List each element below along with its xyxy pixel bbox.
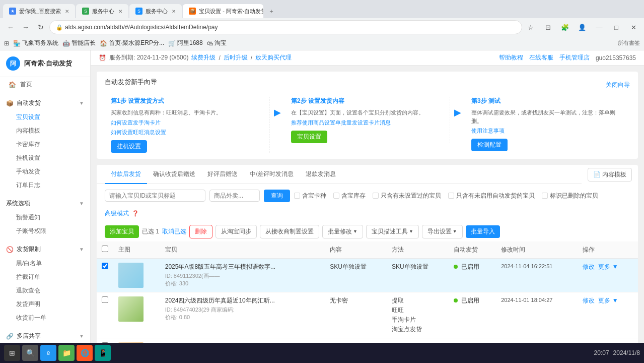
apps-icon[interactable]: ⊞ [4, 40, 9, 47]
tab-add-btn[interactable]: ＋ [264, 4, 278, 18]
delete-btn[interactable]: 删除 [189, 225, 212, 238]
cb-deleted-products[interactable]: 标识已删除的宝贝 [542, 192, 598, 200]
search-button[interactable]: 查询 [264, 190, 290, 202]
step-1-btn[interactable]: 挂机设置 [111, 140, 147, 153]
sidebar-item-manual-dispatch[interactable]: 手动发货 [0, 165, 90, 178]
sidebar-item-product-settings[interactable]: 宝贝设置 [0, 110, 90, 124]
cb-disabled-products[interactable]: 只含有未启用自动发货的宝贝 [448, 192, 535, 200]
tab-1-close[interactable]: ✕ [65, 9, 69, 14]
product-desc-btn[interactable]: 宝贝描述工具 ▼ [366, 225, 419, 238]
export-settings-btn[interactable]: 导出设置 ▼ [422, 225, 463, 238]
sidebar-section-restrict[interactable]: 🚫 发货限制 ▼ [0, 242, 90, 257]
sidebar-item-home[interactable]: 🏠 首页 [0, 77, 90, 92]
sidebar-item-dispatch-statement[interactable]: 发货声明 [0, 297, 90, 311]
profile-button[interactable]: 👤 [576, 21, 589, 34]
tab-refund-msg[interactable]: 退款发消息 [300, 165, 342, 184]
cancel-select-link[interactable]: 取消已选 [162, 227, 186, 236]
step-3-btn[interactable]: 检测配置 [471, 139, 508, 151]
bookmark-jushui[interactable]: 🏠 首页·聚水源ERP分... [100, 39, 164, 47]
tab-3-close[interactable]: ✕ [172, 9, 176, 14]
step-1-link2[interactable]: 如何设置旺旺消息设置 [111, 129, 263, 136]
category-input[interactable] [209, 190, 260, 202]
all-bookmarks[interactable]: 所有書签 [618, 39, 640, 47]
taskbar-app[interactable]: 📱 [95, 345, 111, 361]
mobile-link[interactable]: 手机管理店 [559, 53, 590, 62]
copy-taobao-btn[interactable]: 从淘宝同步 [216, 225, 257, 238]
step-2-link1[interactable]: 推荐使用商品设置单批量发设置卡片消息 [291, 119, 444, 127]
template-button[interactable]: 📄 内容模板 [588, 168, 632, 182]
sidebar-item-blacklist[interactable]: 黑/白名单 [0, 257, 90, 270]
screenshot-button[interactable]: ⊡ [541, 21, 554, 34]
tab-after-confirm[interactable]: 确认收货后赠送 [147, 165, 201, 184]
batch-import-btn[interactable]: 批量导入 [466, 225, 500, 238]
row-2-checkbox[interactable] [102, 296, 108, 303]
cb-stock[interactable]: 含宝库存 [333, 192, 366, 200]
add-product-btn[interactable]: 添加宝贝 [105, 225, 139, 238]
row-1-edit-link[interactable]: 修改 [583, 263, 595, 270]
row-1-status-dot [454, 265, 458, 269]
high-mode-link[interactable]: 高级模式 [105, 209, 129, 218]
th-main-image: 主图 [113, 241, 160, 259]
taskbar-time: 20:07 [594, 349, 609, 356]
close-window-button[interactable]: ✕ [627, 21, 640, 34]
extension-button[interactable]: 🧩 [558, 21, 571, 34]
tab-after-payment[interactable]: 付款后发货 [105, 165, 147, 184]
back-button[interactable]: ← [4, 21, 17, 34]
taskbar-explorer[interactable]: 📁 [58, 345, 75, 361]
sidebar-item-subaccount[interactable]: 子账号权限 [0, 224, 90, 238]
sidebar-section-multishop[interactable]: 🔗 多店共享 ▼ [0, 329, 90, 343]
guide-close-btn[interactable]: 关闭向导 [606, 81, 630, 89]
taskbar-search[interactable]: 🔍 [22, 345, 38, 361]
sidebar-item-machine-settings[interactable]: 挂机设置 [0, 151, 90, 165]
sidebar-item-alert[interactable]: 预警通知 [0, 211, 90, 224]
sidebar-item-content-template[interactable]: 内容模板 [0, 124, 90, 138]
tab-2-close[interactable]: ✕ [118, 9, 122, 14]
step-1-link1[interactable]: 如何设置发手淘卡片 [111, 119, 263, 127]
minimize-button[interactable]: — [593, 21, 606, 34]
row-2-edit-link[interactable]: 修改 [583, 297, 595, 304]
sidebar-item-receive-first[interactable]: 收货前一单 [0, 311, 90, 325]
batch-modify-btn[interactable]: 批量修改 ▼ [322, 225, 363, 238]
sidebar-section-system[interactable]: 系统选项 ▼ [0, 196, 90, 211]
tab-mid-bad-review[interactable]: 中/差评时发消息 [244, 165, 300, 184]
maximize-button[interactable]: □ [610, 21, 623, 34]
help-link[interactable]: 帮助教程 [499, 53, 523, 62]
address-bar[interactable]: 🔒 alds.agiso.com/aldstb/#/Autologistics/… [49, 20, 522, 34]
bookmark-zhinneng[interactable]: 🤖 智能店长 [62, 39, 96, 47]
tab-2[interactable]: S 服务中心 ✕ [76, 4, 128, 18]
bookmark-feisiang[interactable]: 🏪 飞象商务系统 [13, 39, 58, 47]
row-2-more-link[interactable]: 更多 ▼ [598, 297, 618, 304]
refresh-button[interactable]: ↻ [34, 21, 47, 34]
taskbar-edge[interactable]: e [40, 345, 56, 361]
tab-3-label: 服务中心 [146, 8, 168, 15]
proxy-link[interactable]: 放天购买代理 [255, 53, 292, 62]
sidebar-section-autodispatch[interactable]: 📦 自动发货 ▼ [0, 96, 90, 110]
row-1-checkbox[interactable] [102, 263, 108, 269]
sidebar-item-order-log[interactable]: 订单日志 [0, 178, 90, 192]
row-1-content-cell: SKU单独设置 [325, 258, 387, 292]
tab-4[interactable]: 📦 宝贝设置 - 阿奇索·自动发货 ✕ [183, 4, 263, 18]
tab-after-review[interactable]: 好评后赠送 [201, 165, 244, 184]
tab-3[interactable]: S 服务中心 ✕ [129, 4, 182, 18]
sidebar-item-card-stock[interactable]: 卡密库存 [0, 138, 90, 151]
bookmark-star-button[interactable]: ☆ [524, 21, 537, 34]
select-all-checkbox[interactable] [102, 246, 108, 252]
cb-unset-products[interactable]: 只含有未设置过的宝贝 [373, 192, 441, 200]
taskbar-chrome[interactable]: 🌐 [77, 345, 93, 361]
cb-card-type[interactable]: 含宝卡种 [294, 192, 326, 200]
tab-1[interactable]: ★ 爱你我_百度搜索 ✕ [3, 4, 75, 18]
step-3-link1[interactable]: 使用注意事项 [471, 127, 624, 135]
forward-button[interactable]: → [19, 21, 32, 34]
online-link[interactable]: 在线客服 [529, 53, 553, 62]
sidebar-item-refund-stock[interactable]: 退款查仓 [0, 284, 90, 297]
upgrade-link[interactable]: 续费升级 [191, 53, 216, 62]
sidebar-item-intercept[interactable]: 拦截订单 [0, 270, 90, 284]
bookmark-taobao[interactable]: 🛍 淘宝 [207, 39, 227, 47]
start-btn[interactable]: ⊞ [4, 345, 20, 361]
copy-supplier-btn[interactable]: 从接收商制置设置 [260, 225, 319, 238]
search-input[interactable] [105, 190, 205, 202]
tier-link[interactable]: 后时升级 [224, 53, 248, 62]
row-1-more-link[interactable]: 更多 ▼ [598, 263, 618, 270]
step-2-btn[interactable]: 宝贝设置 [291, 131, 327, 143]
bookmark-ali1688[interactable]: 🛒 阿里1688 [168, 39, 203, 47]
